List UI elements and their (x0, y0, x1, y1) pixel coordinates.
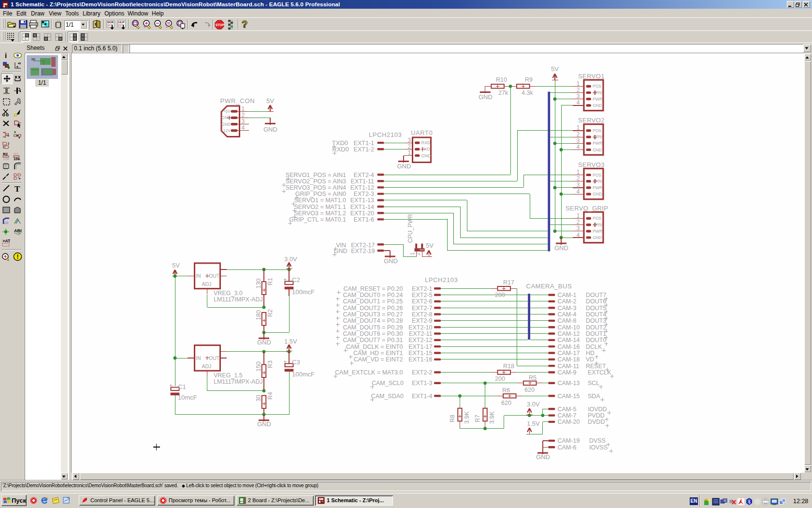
svg-text:GND: GND (263, 126, 277, 133)
svg-text:R3: R3 (267, 360, 274, 368)
svg-text:CAM-20: CAM-20 (558, 418, 580, 425)
svg-text:EXT1-3: EXT1-3 (412, 380, 432, 387)
svg-text:+5V: +5V (223, 109, 231, 114)
svg-text:200: 200 (495, 292, 505, 299)
svg-text:2: 2 (415, 253, 421, 255)
svg-text:OUT: OUT (209, 273, 220, 279)
svg-text:SERVO2 = MAT1.1: SERVO2 = MAT1.1 (294, 204, 346, 210)
svg-text:CAM-13: CAM-13 (558, 380, 580, 387)
svg-text:R5: R5 (529, 374, 536, 381)
svg-text:GND: GND (334, 248, 348, 254)
svg-text:SDA: SDA (588, 393, 600, 400)
svg-text:>AT: >AT (2, 239, 10, 243)
svg-text:1.5V: 1.5V (527, 420, 540, 427)
svg-text:R1: R1 (267, 278, 274, 285)
svg-text:ABC: ABC (14, 228, 22, 233)
svg-text:3.9K: 3.9K (464, 411, 470, 424)
svg-text:!: ! (17, 254, 19, 260)
svg-text:CAM_DOUT0 = P0.24: CAM_DOUT0 = P0.24 (343, 292, 403, 299)
svg-text:R4: R4 (267, 392, 274, 400)
svg-text:DOUT2: DOUT2 (586, 324, 606, 331)
svg-text:2: 2 (577, 219, 580, 225)
svg-text:1: 1 (577, 212, 580, 219)
svg-text:DVSS: DVSS (589, 437, 606, 444)
svg-text:SCL: SCL (588, 380, 599, 387)
svg-text:CAM-4: CAM-4 (558, 311, 577, 318)
svg-text:R2: R2 (267, 309, 274, 317)
svg-text:4: 4 (577, 232, 580, 239)
svg-text:C2: C2 (292, 276, 300, 284)
svg-text:IN: IN (196, 355, 201, 361)
svg-text:CAM-17: CAM-17 (558, 350, 580, 357)
svg-text:EXT2-8: EXT2-8 (412, 311, 432, 318)
svg-text:LM1117IMPX-ADJ: LM1117IMPX-ADJ (214, 378, 263, 385)
svg-text:EXT2-2: EXT2-2 (412, 369, 432, 376)
svg-text:10k: 10k (14, 157, 20, 160)
svg-text:GND: GND (257, 339, 271, 346)
svg-text:3.0V: 3.0V (527, 401, 540, 408)
svg-text:DCLK: DCLK (586, 344, 602, 350)
svg-text:GND: GND (384, 257, 398, 265)
svg-text:OUT: OUT (209, 355, 220, 361)
svg-text:DOUT4: DOUT4 (586, 311, 606, 318)
svg-text:10k: 10k (3, 157, 10, 160)
svg-text:GND: GND (221, 122, 231, 127)
svg-text:27k: 27k (498, 90, 508, 96)
svg-text:PVDD: PVDD (588, 412, 605, 419)
svg-text:2: 2 (577, 87, 580, 93)
svg-text:EXT1-20: EXT1-20 (350, 210, 374, 217)
svg-text:ULP: ULP (118, 21, 124, 24)
svg-text:RXD: RXD (421, 140, 431, 145)
svg-text:CAM_VD = EINT2: CAM_VD = EINT2 (354, 356, 403, 363)
svg-text:CAM_RESET = P0.20: CAM_RESET = P0.20 (343, 285, 403, 292)
svg-text:SERVO1: SERVO1 (578, 73, 605, 80)
svg-text:3: 3 (242, 118, 245, 125)
svg-text:CAM-1: CAM-1 (558, 292, 577, 299)
svg-text:1: 1 (577, 80, 580, 87)
svg-text:CAM-8: CAM-8 (558, 317, 577, 324)
svg-text:PWR: PWR (593, 97, 602, 102)
svg-text:100mcF: 100mcF (292, 371, 315, 378)
svg-text:GND: GND (421, 153, 432, 158)
svg-text:GND: GND (397, 163, 411, 170)
svg-text:3: 3 (577, 137, 580, 144)
svg-text:EXT2-6: EXT2-6 (412, 298, 432, 305)
svg-text:CAM_DOUT2 = P0.26: CAM_DOUT2 = P0.26 (343, 305, 403, 312)
svg-text:1: 1 (577, 169, 580, 176)
svg-text:CAM-7: CAM-7 (558, 412, 577, 419)
svg-text:GND: GND (478, 93, 493, 101)
svg-text:EXT2-5: EXT2-5 (412, 292, 432, 299)
svg-text:3: 3 (577, 181, 580, 188)
svg-text:STOP: STOP (216, 23, 225, 27)
svg-text:SERVO2: SERVO2 (578, 117, 605, 124)
svg-text:DVDD: DVDD (588, 418, 605, 425)
svg-text:UART0: UART0 (411, 129, 433, 136)
svg-text:R9: R9 (525, 76, 533, 83)
svg-text:CAM_SCL0: CAM_SCL0 (372, 380, 404, 387)
svg-text:CAM-2: CAM-2 (558, 298, 577, 305)
svg-text:TXD0: TXD0 (332, 139, 348, 147)
svg-text:EXT1-13: EXT1-13 (350, 197, 374, 204)
svg-text:CAM_DOUT7 = P0.31: CAM_DOUT7 = P0.31 (343, 337, 403, 344)
svg-text:CAM_HD = EINT1: CAM_HD = EINT1 (353, 350, 403, 357)
svg-text:EXT2-19: EXT2-19 (351, 248, 375, 254)
svg-text:RESET: RESET (586, 363, 606, 370)
svg-text:?: ? (242, 19, 247, 30)
svg-text:PWR: PWR (593, 185, 602, 190)
svg-text:4: 4 (577, 144, 580, 150)
svg-text:CAM-3: CAM-3 (558, 305, 577, 312)
svg-text:SCR: SCR (107, 21, 114, 24)
svg-text:SERVO3_POS = AIN4: SERVO3_POS = AIN4 (286, 184, 346, 191)
svg-text:CAM_SDA0: CAM_SDA0 (371, 393, 404, 400)
svg-text:EXT2-3: EXT2-3 (354, 191, 374, 197)
svg-text:CAM_DOUT3 = P0.27: CAM_DOUT3 = P0.27 (343, 311, 403, 318)
svg-text:GRIP_POS = AIN0: GRIP_POS = AIN0 (295, 191, 346, 197)
svg-text:LPCH2103: LPCH2103 (369, 131, 402, 138)
svg-text:GND: GND (536, 453, 550, 461)
svg-text:EXT1-2: EXT1-2 (354, 146, 374, 153)
svg-text:5V: 5V (426, 242, 434, 249)
svg-text:EXT1-12: EXT1-12 (350, 184, 374, 191)
svg-text:CAM-5: CAM-5 (558, 406, 577, 413)
svg-text:CAM-14: CAM-14 (558, 337, 580, 344)
svg-text:SERVO3 = MAT1.2: SERVO3 = MAT1.2 (294, 210, 346, 217)
